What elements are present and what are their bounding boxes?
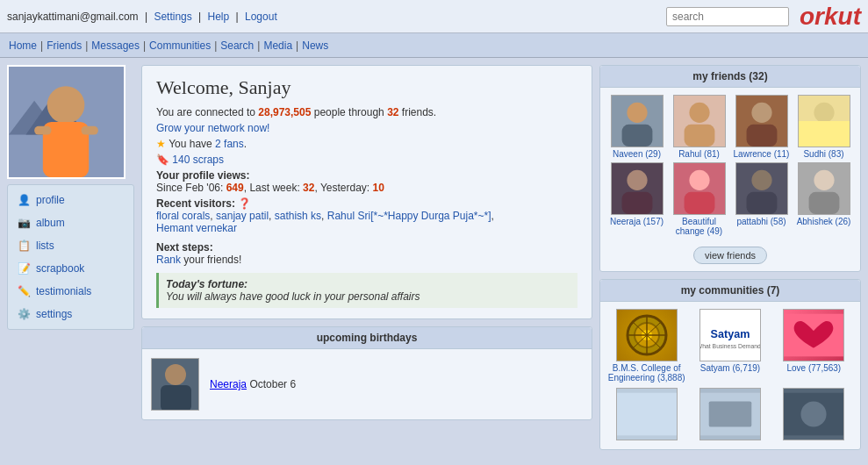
visitor-2[interactable]: sanjay patil xyxy=(216,210,269,222)
svg-rect-5 xyxy=(34,126,51,135)
friend-name-sudhi: Sudhi (83) xyxy=(803,149,843,159)
svg-point-24 xyxy=(627,170,647,190)
svg-point-3 xyxy=(47,86,85,124)
fans-text: You have xyxy=(169,138,215,150)
friend-naveen[interactable]: Naveen (29) xyxy=(607,95,666,159)
svg-rect-9 xyxy=(161,385,191,411)
grow-network-link[interactable]: Grow your network now! xyxy=(156,122,269,134)
sidebar-label-testimonials: testimonials xyxy=(36,285,91,297)
help-icon: ❓ xyxy=(238,197,251,210)
friend-avatar-lawrence xyxy=(735,95,788,147)
last-week-label: Last week: xyxy=(249,182,299,194)
sidebar-item-profile[interactable]: 👤 profile xyxy=(8,189,133,211)
sidebar-item-settings[interactable]: ⚙️ settings xyxy=(8,303,133,326)
community-misc2[interactable] xyxy=(691,388,769,442)
connections-suffix: people through xyxy=(311,106,387,118)
visitor-4[interactable]: Rahul Sri[*~*Happy Durga Puja*~*] xyxy=(327,210,491,222)
visitor-5[interactable]: Hemant vernekar xyxy=(156,222,237,234)
svg-rect-46 xyxy=(617,393,677,436)
friend-pattabhi[interactable]: pattabhi (58) xyxy=(732,162,791,236)
svg-marker-22 xyxy=(799,121,850,147)
nav-friends[interactable]: Friends xyxy=(47,39,82,52)
scrapbook-icon: 📝 xyxy=(17,261,31,275)
community-misc1[interactable] xyxy=(607,388,685,442)
friends-panel-header: my friends (32) xyxy=(600,66,860,88)
help-link[interactable]: Help xyxy=(208,11,230,23)
sidebar-label-profile: profile xyxy=(36,194,65,206)
friends-count: 32 xyxy=(387,106,398,118)
community-name-bms: B.M.S. College of Engineering (3,888) xyxy=(607,363,685,383)
friends-panel: my friends (32) Naveen (29) Rahul (81) xyxy=(599,65,861,272)
right-panel: my friends (32) Naveen (29) Rahul (81) xyxy=(599,65,861,450)
friend-abhishek[interactable]: Abhishek (26) xyxy=(794,162,853,236)
friend-lawrence[interactable]: Lawrence (11) xyxy=(732,95,791,159)
fans-link[interactable]: 2 fans xyxy=(215,138,244,150)
community-misc3[interactable] xyxy=(775,388,853,442)
community-bms[interactable]: B.M.S. College of Engineering (3,888) xyxy=(607,309,685,383)
testimonials-icon: ✏️ xyxy=(17,284,31,298)
nav-home[interactable]: Home xyxy=(9,39,37,52)
community-icon-misc2 xyxy=(699,388,761,440)
friend-avatar-beautiful xyxy=(673,162,726,215)
friend-name-abhishek: Abhishek (26) xyxy=(797,217,851,226)
community-satyam[interactable]: SatyamWhat Business Demands Satyam (6,71… xyxy=(691,309,769,383)
friend-name-naveen: Naveen (29) xyxy=(613,149,661,159)
communities-grid: B.M.S. College of Engineering (3,888) Sa… xyxy=(600,302,860,449)
recent-visitors-section: Recent visitors: ❓ floral corals, sanjay… xyxy=(156,197,577,234)
recent-visitors-label: Recent visitors: xyxy=(156,197,235,210)
friend-avatar-naveen xyxy=(611,95,664,147)
sidebar-item-testimonials[interactable]: ✏️ testimonials xyxy=(8,280,133,303)
friend-name-rahul: Rahul (81) xyxy=(678,149,720,159)
nav-news[interactable]: News xyxy=(302,39,328,52)
visitor-3[interactable]: sathish ks xyxy=(275,210,321,222)
profile-image xyxy=(9,65,124,179)
scraps-line: 🔖 140 scraps xyxy=(156,154,577,166)
friend-avatar-pattabhi xyxy=(735,162,788,215)
friend-rahul[interactable]: Rahul (81) xyxy=(670,95,728,159)
topbar-left: sanjaykattimani@gmail.com | Settings | H… xyxy=(7,11,277,23)
album-icon: 📷 xyxy=(17,216,31,230)
nav-messages[interactable]: Messages xyxy=(91,39,140,52)
birthdays-box: upcoming birthdays Neeraja October 6 xyxy=(141,326,592,420)
scraps-link[interactable]: 140 scraps xyxy=(172,154,224,166)
nav-communities[interactable]: Communities xyxy=(149,39,211,52)
fans-line: ★ You have 2 fans. xyxy=(156,138,577,150)
friend-name-lawrence: Lawrence (11) xyxy=(734,149,790,159)
birthdays-header: upcoming birthdays xyxy=(142,327,592,349)
sidebar-item-scrapbook[interactable]: 📝 scrapbook xyxy=(8,257,133,280)
sidebar-item-lists[interactable]: 📋 lists xyxy=(8,234,133,257)
email-display: sanjaykattimani@gmail.com xyxy=(7,11,139,23)
profile-views-line: Your profile views: Since Feb '06: 649, … xyxy=(156,169,577,194)
profile-photo xyxy=(7,65,126,179)
sidebar-label-settings: settings xyxy=(36,308,72,320)
since-label: Since Feb '06: xyxy=(156,182,223,194)
friend-beautiful[interactable]: Beautiful change (49) xyxy=(670,162,728,236)
svg-point-20 xyxy=(814,103,834,123)
next-steps-label: Next steps: xyxy=(156,241,213,254)
friend-sudhi[interactable]: Sudhi (83) xyxy=(794,95,853,159)
settings-link[interactable]: Settings xyxy=(154,11,191,23)
yesterday-label: Yesterday: xyxy=(320,182,369,194)
friend-neeraja[interactable]: Neeraja (157) xyxy=(607,162,666,236)
grow-network-line: Grow your network now! xyxy=(156,122,577,134)
sidebar-label-lists: lists xyxy=(36,240,54,252)
community-love[interactable]: Love (77,563) xyxy=(775,309,853,383)
scraps-icon: 🔖 xyxy=(156,154,169,166)
svg-point-17 xyxy=(751,103,771,123)
view-friends-button[interactable]: view friends xyxy=(693,247,767,264)
nav-search[interactable]: Search xyxy=(220,39,254,52)
svg-rect-31 xyxy=(746,192,777,214)
nav-media[interactable]: Media xyxy=(263,39,292,52)
visitor-1[interactable]: floral corals xyxy=(156,210,210,222)
connections-count: 28,973,505 xyxy=(258,106,311,118)
svg-text:What Business Demands: What Business Demands xyxy=(700,343,760,349)
communities-panel-header: my communities (7) xyxy=(600,280,860,302)
sidebar-item-album[interactable]: 📷 album xyxy=(8,211,133,234)
rank-link[interactable]: Rank xyxy=(156,254,181,266)
search-input[interactable] xyxy=(666,7,789,26)
logout-link[interactable]: Logout xyxy=(245,11,277,23)
svg-rect-48 xyxy=(709,401,752,426)
welcome-box: Welcome, Sanjay You are connected to 28,… xyxy=(141,65,592,319)
birthday-name-link[interactable]: Neeraja xyxy=(210,378,247,390)
settings-icon: ⚙️ xyxy=(17,307,31,321)
